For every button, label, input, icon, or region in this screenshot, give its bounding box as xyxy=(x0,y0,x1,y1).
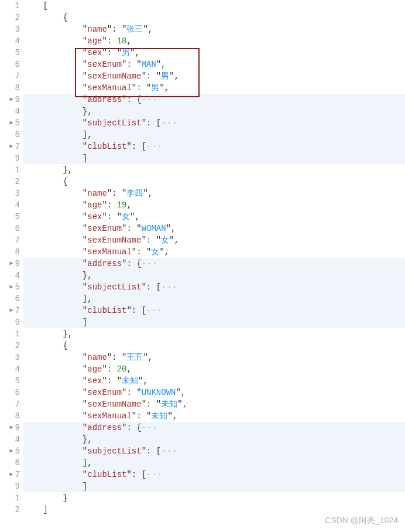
json-key: age xyxy=(87,200,102,210)
code-line: "sex": "女", xyxy=(23,211,405,223)
json-punct: ", xyxy=(143,189,153,198)
json-punct: }, xyxy=(63,165,73,175)
code-line: }, xyxy=(23,328,405,340)
line-number-gutter: 12345678▶94▶56▶7912345678▶94▶56▶79123456… xyxy=(0,0,23,532)
json-key: sexManual xyxy=(87,83,132,93)
code-line: "subjectList": [··· xyxy=(23,117,405,129)
code-line: "sexManual": "女", xyxy=(23,246,405,258)
fold-arrow-icon[interactable]: ▶ xyxy=(10,117,13,129)
code-line: "sexEnum": "MAN", xyxy=(23,59,405,70)
json-punct: " xyxy=(83,60,87,69)
json-key: subjectList xyxy=(87,282,141,292)
json-punct: " xyxy=(83,142,87,151)
line-number: 5 xyxy=(0,47,20,59)
json-key: name xyxy=(87,25,107,34)
line-number: 6 xyxy=(0,387,20,398)
json-punct: " xyxy=(83,25,87,34)
json-punct: ] xyxy=(83,482,87,491)
line-number: 4 xyxy=(0,105,20,117)
json-punct: ], xyxy=(83,458,92,468)
line-number: 7 xyxy=(0,70,20,82)
json-key: address xyxy=(87,423,122,432)
code-line: [ xyxy=(23,0,405,12)
code-line: "clubList": [··· xyxy=(23,469,405,480)
json-punct: ": xyxy=(102,36,116,46)
line-number: 8 xyxy=(0,246,20,258)
code-line: }, xyxy=(23,434,405,445)
json-punct: " xyxy=(83,212,87,221)
code-line: "age": 18, xyxy=(23,35,405,47)
fold-arrow-icon[interactable]: ▶ xyxy=(10,445,13,457)
line-number: 4 xyxy=(0,199,20,211)
code-line: "address": {··· xyxy=(23,94,405,105)
json-punct: ", xyxy=(143,353,153,362)
json-key: sexEnum xyxy=(87,60,122,69)
json-key: sexEnumName xyxy=(87,400,141,409)
json-key: sexEnumName xyxy=(87,236,141,245)
fold-ellipsis-icon: ··· xyxy=(146,470,163,479)
code-line: ] xyxy=(23,152,405,164)
code-line: { xyxy=(23,176,405,187)
line-number: ▶7 xyxy=(0,469,20,480)
json-key: age xyxy=(87,36,102,46)
json-key: name xyxy=(87,353,107,362)
fold-arrow-icon[interactable]: ▶ xyxy=(10,422,13,434)
json-punct: " xyxy=(83,118,87,128)
json-punct: ": [ xyxy=(142,282,162,292)
json-punct: " xyxy=(83,247,87,257)
json-punct: ": [ xyxy=(126,142,146,151)
code-line: "age": 19, xyxy=(23,199,405,211)
json-string: 女 xyxy=(151,247,159,257)
line-number: 6 xyxy=(0,457,20,469)
json-punct: ] xyxy=(43,505,48,514)
json-punct: ": xyxy=(102,364,116,374)
code-line: "clubList": [··· xyxy=(23,305,405,316)
code-line: "age": 20, xyxy=(23,363,405,375)
fold-arrow-icon[interactable]: ▶ xyxy=(10,305,13,316)
json-punct: ", xyxy=(159,247,169,257)
json-punct: }, xyxy=(83,435,92,444)
line-number: 8 xyxy=(0,410,20,422)
json-punct: ", xyxy=(166,224,176,233)
json-punct: ": " xyxy=(107,353,127,362)
fold-arrow-icon[interactable]: ▶ xyxy=(10,258,13,270)
json-punct: { xyxy=(63,341,67,350)
json-punct: " xyxy=(83,470,87,479)
code-line: ] xyxy=(23,480,405,492)
json-punct: " xyxy=(83,71,87,81)
line-number: 1 xyxy=(0,328,20,340)
code-line: ], xyxy=(23,293,405,305)
fold-arrow-icon[interactable]: ▶ xyxy=(10,281,13,293)
json-string: 男 xyxy=(151,83,159,93)
code-line: } xyxy=(23,492,405,504)
json-key: address xyxy=(87,95,122,104)
line-number: ▶9 xyxy=(0,422,20,434)
line-number: 2 xyxy=(0,340,20,352)
json-string: 男 xyxy=(161,71,169,81)
json-punct: ": " xyxy=(102,48,122,57)
json-punct: ", xyxy=(159,83,169,93)
json-punct: ", xyxy=(143,25,153,34)
code-line: "sexEnumName": "男", xyxy=(23,70,405,82)
fold-arrow-icon[interactable]: ▶ xyxy=(10,94,13,105)
fold-ellipsis-icon: ··· xyxy=(161,446,177,456)
fold-ellipsis-icon: ··· xyxy=(142,259,158,268)
json-key: name xyxy=(87,189,107,198)
code-line: ], xyxy=(23,129,405,141)
code-line: "name": "张三", xyxy=(23,23,405,35)
fold-arrow-icon[interactable]: ▶ xyxy=(10,141,13,152)
line-number: ▶9 xyxy=(0,258,20,270)
json-punct: " xyxy=(83,423,87,432)
json-string: UNKNOWN xyxy=(142,388,176,397)
json-punct: , xyxy=(126,36,131,46)
json-string: 女 xyxy=(122,212,130,221)
json-key: clubList xyxy=(87,142,126,151)
line-number: 9 xyxy=(0,480,20,492)
line-number: 6 xyxy=(0,59,20,70)
fold-arrow-icon[interactable]: ▶ xyxy=(10,469,13,480)
json-punct: " xyxy=(83,376,87,386)
json-punct: ", xyxy=(156,60,166,69)
code-line: { xyxy=(23,340,405,352)
json-string: MAN xyxy=(142,60,156,69)
line-number: 4 xyxy=(0,363,20,375)
